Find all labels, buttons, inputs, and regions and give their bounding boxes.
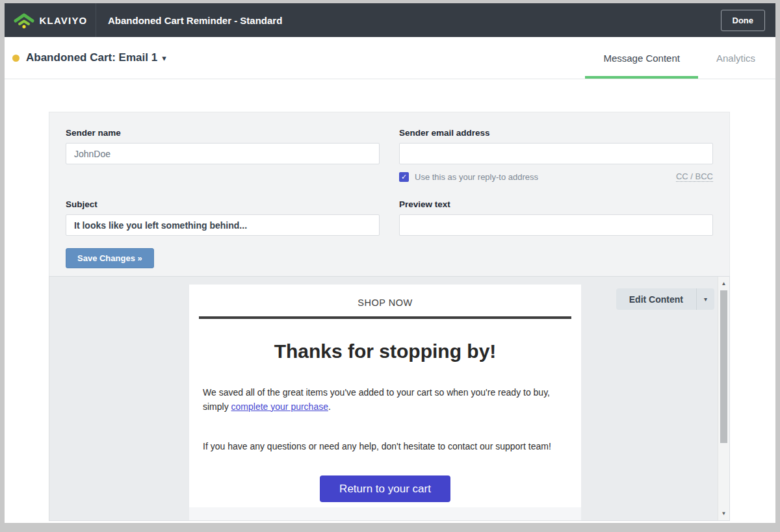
preview-text-input[interactable] <box>399 214 713 236</box>
main-content: Sender name Sender email address ✓ Use t… <box>5 112 775 523</box>
cc-bcc-link[interactable]: CC / BCC <box>676 171 713 182</box>
reply-to-checkbox[interactable]: ✓ <box>399 172 409 182</box>
sender-name-input[interactable] <box>66 143 380 164</box>
email-preview-body: SHOP NOW Thanks for stopping by! We save… <box>189 285 581 507</box>
sender-name-label: Sender name <box>66 128 380 138</box>
preview-text-label: Preview text <box>399 199 713 209</box>
chevron-down-icon: ▾ <box>704 296 707 303</box>
email-paragraph-2: If you have any questions or need any he… <box>203 440 567 454</box>
klaviyo-logo[interactable]: KLAVIYO <box>5 3 96 37</box>
flow-title: Abandoned Cart Reminder - Standard <box>108 15 282 26</box>
email-heading: Thanks for stopping by! <box>189 340 581 362</box>
sender-email-label: Sender email address <box>399 128 713 138</box>
return-to-cart-button[interactable]: Return to your cart <box>320 475 450 502</box>
edit-content-caret[interactable]: ▾ <box>697 288 714 310</box>
scroll-down-icon[interactable]: ▼ <box>718 511 729 516</box>
scroll-up-icon[interactable]: ▲ <box>718 281 729 286</box>
subject-input[interactable] <box>66 214 380 236</box>
draft-status-dot <box>12 55 20 62</box>
checkmark-icon: ✓ <box>401 173 407 181</box>
app-window: KLAVIYO Abandoned Cart Reminder - Standa… <box>5 3 775 523</box>
email-toolbar: Abandoned Cart: Email 1 ▾ Message Conten… <box>5 37 775 79</box>
reply-to-row: ✓ Use this as your reply-to address CC /… <box>399 171 713 183</box>
brand-name: KLAVIYO <box>40 15 88 26</box>
email-divider <box>199 316 571 319</box>
tab-analytics[interactable]: Analytics <box>698 37 755 79</box>
tab-message-content[interactable]: Message Content <box>585 37 698 79</box>
edit-content-button[interactable]: Edit Content <box>616 288 697 310</box>
email-paragraph-1: We saved all of the great items you've a… <box>203 386 567 414</box>
scrollbar-thumb[interactable] <box>720 290 727 443</box>
chevron-down-icon[interactable]: ▾ <box>162 54 166 62</box>
email-paragraph-1-period: . <box>328 401 331 412</box>
preview-scrollbar[interactable]: ▲ ▼ <box>718 277 729 520</box>
done-button[interactable]: Done <box>721 10 766 31</box>
edit-content-split-button: Edit Content ▾ <box>616 288 714 310</box>
app-header: KLAVIYO Abandoned Cart Reminder - Standa… <box>5 3 775 37</box>
tab-bar: Message Content Analytics <box>585 37 755 79</box>
email-preview-card[interactable]: SHOP NOW Thanks for stopping by! We save… <box>189 285 581 521</box>
email-title-dropdown[interactable]: Abandoned Cart: Email 1 <box>26 51 157 64</box>
subject-label: Subject <box>66 199 380 209</box>
klaviyo-mark-icon <box>13 12 35 29</box>
complete-purchase-link[interactable]: complete your purchase <box>231 401 328 412</box>
shop-now-link[interactable]: SHOP NOW <box>358 298 412 308</box>
email-next-section <box>189 507 581 521</box>
email-preview-panel: SHOP NOW Thanks for stopping by! We save… <box>49 276 730 521</box>
message-settings-panel: Sender name Sender email address ✓ Use t… <box>49 112 730 276</box>
save-changes-button[interactable]: Save Changes » <box>66 248 154 268</box>
reply-to-label: Use this as your reply-to address <box>415 172 538 182</box>
sender-email-input[interactable] <box>399 143 713 164</box>
